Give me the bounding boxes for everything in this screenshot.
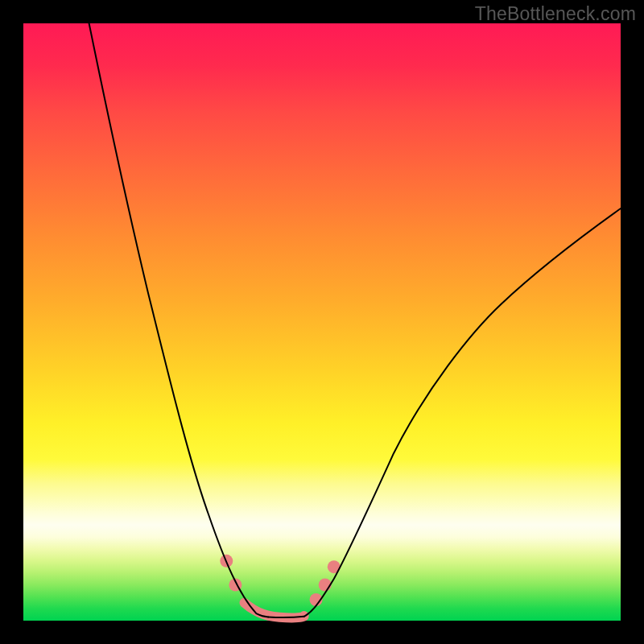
plot-area xyxy=(23,23,621,621)
right-curve xyxy=(304,208,621,617)
watermark-text: TheBottleneck.com xyxy=(475,3,636,25)
chart-svg xyxy=(23,23,621,621)
left-curve xyxy=(89,23,269,617)
chart-frame: TheBottleneck.com xyxy=(0,0,644,644)
